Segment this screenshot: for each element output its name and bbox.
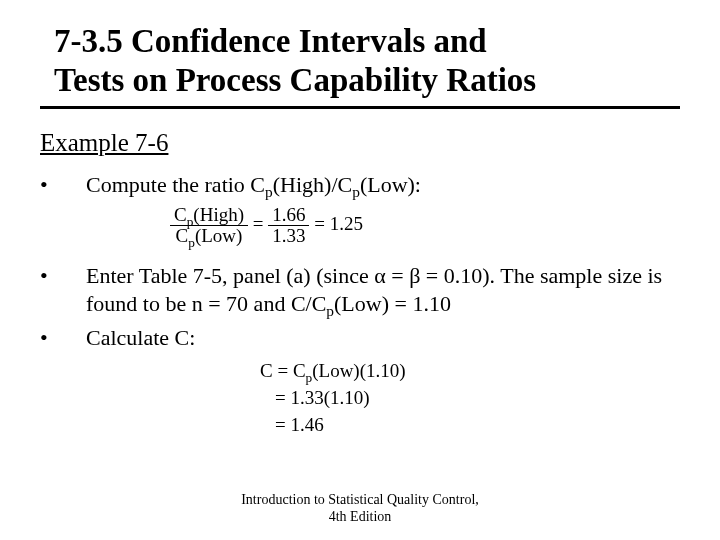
fraction-left: Cp(High) Cp(Low) xyxy=(170,205,248,246)
list-item: • Calculate C: xyxy=(40,324,680,352)
bullet-1-text: Compute the ratio Cp(High)/Cp(Low): xyxy=(86,171,680,199)
slide-title: 7-3.5 Confidence Intervals and Tests on … xyxy=(54,22,680,100)
slide: 7-3.5 Confidence Intervals and Tests on … xyxy=(0,0,720,540)
equation-2: C = Cp(Low)(1.10) = 1.33(1.10) = 1.46 xyxy=(260,358,680,438)
footer-line-1: Introduction to Statistical Quality Cont… xyxy=(241,492,479,507)
list-item: • Enter Table 7-5, panel (a) (since α = … xyxy=(40,262,680,318)
bullet-list: • Compute the ratio Cp(High)/Cp(Low): xyxy=(40,171,680,199)
bullet-list-2: • Enter Table 7-5, panel (a) (since α = … xyxy=(40,262,680,352)
bullet-icon: • xyxy=(40,324,86,352)
title-line-1: 7-3.5 Confidence Intervals and xyxy=(54,23,487,59)
bullet-icon: • xyxy=(40,262,86,318)
footer-line-2: 4th Edition xyxy=(329,509,392,524)
title-line-2: Tests on Process Capability Ratios xyxy=(54,62,536,98)
title-rule xyxy=(40,106,680,109)
list-item: • Compute the ratio Cp(High)/Cp(Low): xyxy=(40,171,680,199)
fraction-right: 1.66 1.33 xyxy=(268,205,309,246)
bullet-2-text: Enter Table 7-5, panel (a) (since α = β … xyxy=(86,262,680,318)
example-heading: Example 7-6 xyxy=(40,129,680,157)
bullet-icon: • xyxy=(40,171,86,199)
equation-1: Cp(High) Cp(Low) = 1.66 1.33 = 1.25 xyxy=(170,205,680,246)
footer: Introduction to Statistical Quality Cont… xyxy=(0,492,720,526)
bullet-3-text: Calculate C: xyxy=(86,324,680,352)
